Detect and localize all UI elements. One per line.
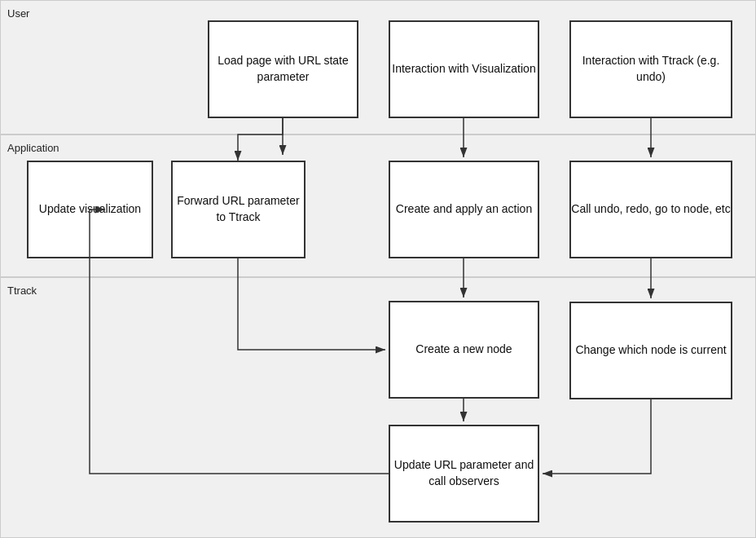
box-interaction-viz: Interaction with Visualization <box>389 20 539 118</box>
box-load-page: Load page with URL state parameter <box>208 20 358 118</box>
lane-user-label: User <box>7 7 29 20</box>
diagram: User Application Ttrack Load page with U… <box>0 0 756 538</box>
box-interaction-trtrack: Interaction with Ttrack (e.g. undo) <box>569 20 732 118</box>
lane-application-label: Application <box>7 142 59 154</box>
box-update-viz: Update visualization <box>27 161 153 258</box>
box-create-new-node: Create a new node <box>389 301 539 399</box>
box-create-apply-action: Create and apply an action <box>389 161 539 258</box>
box-change-node-current: Change which node is current <box>569 302 732 399</box>
box-forward-url: Forward URL parameter to Ttrack <box>171 161 305 258</box>
lane-trtrack-label: Ttrack <box>7 284 37 297</box>
box-call-undo-redo: Call undo, redo, go to node, etc <box>569 161 732 258</box>
box-update-url-param: Update URL parameter and call observers <box>389 425 539 523</box>
